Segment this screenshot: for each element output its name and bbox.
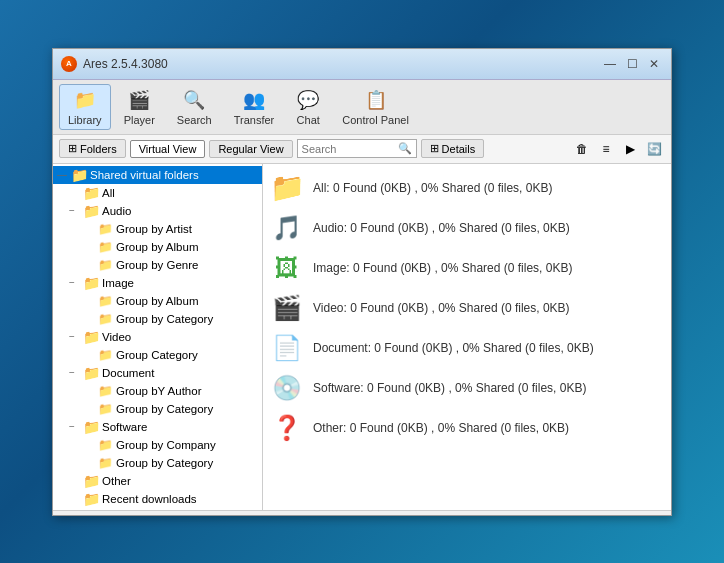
tree-label-software-company: Group by Company: [116, 439, 216, 451]
delete-icon[interactable]: 🗑: [571, 138, 593, 160]
expand-video[interactable]: −: [69, 331, 83, 342]
content-item-audio[interactable]: 🎵Audio: 0 Found (0KB) , 0% Shared (0 fil…: [263, 208, 671, 248]
tree-item-document[interactable]: −📁Document: [53, 364, 262, 382]
play-icon[interactable]: ▶: [619, 138, 641, 160]
folder-icon-audio-album: 📁: [97, 239, 113, 255]
virtual-view-label: Virtual View: [139, 143, 197, 155]
title-bar-left: A Ares 2.5.4.3080: [61, 56, 168, 72]
expand-image[interactable]: −: [69, 277, 83, 288]
folder-icon-audio-genre: 📁: [97, 257, 113, 273]
search-input[interactable]: [302, 143, 382, 155]
tree-item-video[interactable]: −📁Video: [53, 328, 262, 346]
search-icon: 🔍: [398, 142, 412, 155]
toolbar-btn-player[interactable]: 🎬Player: [115, 84, 164, 130]
main-content: —📁Shared virtual folders 📁All−📁Audio 📁Gr…: [53, 164, 671, 510]
toolbar-btn-chat[interactable]: 💬Chat: [287, 84, 329, 130]
folders-button[interactable]: ⊞Folders: [59, 139, 126, 158]
details-icon: ⊞: [430, 142, 439, 155]
tree-item-doc-category[interactable]: 📁Group by Category: [53, 400, 262, 418]
search-icon: 🔍: [182, 88, 206, 112]
folder-icon-all: 📁: [83, 185, 99, 201]
controlpanel-label: Control Panel: [342, 114, 409, 126]
content-icon-software: 💿: [271, 372, 303, 404]
details-button[interactable]: ⊞Details: [421, 139, 485, 158]
tree-label-image: Image: [102, 277, 134, 289]
content-item-other[interactable]: ❓Other: 0 Found (0KB) , 0% Shared (0 fil…: [263, 408, 671, 448]
tree-item-recent[interactable]: 📁Recent downloads: [53, 490, 262, 508]
minimize-button[interactable]: —: [601, 55, 619, 73]
content-icon-audio: 🎵: [271, 212, 303, 244]
tree-item-audio-album[interactable]: 📁Group by Album: [53, 238, 262, 256]
tree-label-audio-artist: Group by Artist: [116, 223, 192, 235]
folder-icon-document: 📁: [83, 365, 99, 381]
window-controls: — ☐ ✕: [601, 55, 663, 73]
tree-label-all: All: [102, 187, 115, 199]
tree-item-audio-artist[interactable]: 📁Group by Artist: [53, 220, 262, 238]
tree-item-shared[interactable]: —📁Shared virtual folders: [53, 166, 262, 184]
tree-label-image-category: Group by Category: [116, 313, 213, 325]
tree-label-image-album: Group by Album: [116, 295, 198, 307]
tree-item-doc-author[interactable]: 📁Group bY Author: [53, 382, 262, 400]
content-item-document[interactable]: 📄Document: 0 Found (0KB) , 0% Shared (0 …: [263, 328, 671, 368]
tree-item-image-album[interactable]: 📁Group by Album: [53, 292, 262, 310]
content-text-image: Image: 0 Found (0KB) , 0% Shared (0 file…: [313, 261, 572, 275]
content-icon-other: ❓: [271, 412, 303, 444]
chat-icon: 💬: [296, 88, 320, 112]
maximize-button[interactable]: ☐: [623, 55, 641, 73]
controlpanel-icon: 📋: [364, 88, 388, 112]
tree-item-audio-genre[interactable]: 📁Group by Genre: [53, 256, 262, 274]
toolbar-btn-library[interactable]: 📁Library: [59, 84, 111, 130]
folder-icon-recent: 📁: [83, 491, 99, 507]
tree-item-software[interactable]: −📁Software: [53, 418, 262, 436]
tree-label-document: Document: [102, 367, 154, 379]
tree-label-software: Software: [102, 421, 147, 433]
app-window: A Ares 2.5.4.3080 — ☐ ✕ 📁Library🎬Player🔍…: [52, 48, 672, 516]
content-icon-image: 🖼: [271, 252, 303, 284]
tree-item-video-category[interactable]: 📁Group Category: [53, 346, 262, 364]
content-text-audio: Audio: 0 Found (0KB) , 0% Shared (0 file…: [313, 221, 570, 235]
expand-shared[interactable]: —: [57, 169, 71, 180]
search-box[interactable]: 🔍: [297, 139, 417, 158]
content-item-all[interactable]: 📁All: 0 Found (0KB) , 0% Shared (0 files…: [263, 168, 671, 208]
player-label: Player: [124, 114, 155, 126]
folder-icon-audio: 📁: [83, 203, 99, 219]
tree-item-all[interactable]: 📁All: [53, 184, 262, 202]
details-label: Details: [442, 143, 476, 155]
transfer-label: Transfer: [234, 114, 275, 126]
content-item-image[interactable]: 🖼Image: 0 Found (0KB) , 0% Shared (0 fil…: [263, 248, 671, 288]
tree-item-image-category[interactable]: 📁Group by Category: [53, 310, 262, 328]
tree-item-audio[interactable]: −📁Audio: [53, 202, 262, 220]
toolbar-btn-transfer[interactable]: 👥Transfer: [225, 84, 284, 130]
tree-item-image[interactable]: −📁Image: [53, 274, 262, 292]
folder-icon-image: 📁: [83, 275, 99, 291]
content-text-other: Other: 0 Found (0KB) , 0% Shared (0 file…: [313, 421, 569, 435]
regular-view-button[interactable]: Regular View: [209, 140, 292, 158]
content-item-software[interactable]: 💿Software: 0 Found (0KB) , 0% Shared (0 …: [263, 368, 671, 408]
tree-label-doc-author: Group bY Author: [116, 385, 201, 397]
folder-icon-software-category: 📁: [97, 455, 113, 471]
tree-label-other: Other: [102, 475, 131, 487]
library-label: Library: [68, 114, 102, 126]
toolbar-btn-controlpanel[interactable]: 📋Control Panel: [333, 84, 418, 130]
folder-icon-doc-category: 📁: [97, 401, 113, 417]
tree-item-software-company[interactable]: 📁Group by Company: [53, 436, 262, 454]
expand-audio[interactable]: −: [69, 205, 83, 216]
virtual-view-button[interactable]: Virtual View: [130, 140, 206, 158]
list-icon[interactable]: ≡: [595, 138, 617, 160]
close-button[interactable]: ✕: [645, 55, 663, 73]
search-label: Search: [177, 114, 212, 126]
tree-item-software-category[interactable]: 📁Group by Category: [53, 454, 262, 472]
expand-document[interactable]: −: [69, 367, 83, 378]
expand-software[interactable]: −: [69, 421, 83, 432]
content-panel: 📁All: 0 Found (0KB) , 0% Shared (0 files…: [263, 164, 671, 510]
folder-icon-audio-artist: 📁: [97, 221, 113, 237]
toolbar-btn-search[interactable]: 🔍Search: [168, 84, 221, 130]
tree-item-other[interactable]: 📁Other: [53, 472, 262, 490]
window-title: Ares 2.5.4.3080: [83, 57, 168, 71]
status-bar: [53, 510, 671, 515]
content-item-video[interactable]: 🎬Video: 0 Found (0KB) , 0% Shared (0 fil…: [263, 288, 671, 328]
library-icon: 📁: [73, 88, 97, 112]
refresh-icon[interactable]: 🔄: [643, 138, 665, 160]
folder-icon-image-category: 📁: [97, 311, 113, 327]
tree-label-video: Video: [102, 331, 131, 343]
